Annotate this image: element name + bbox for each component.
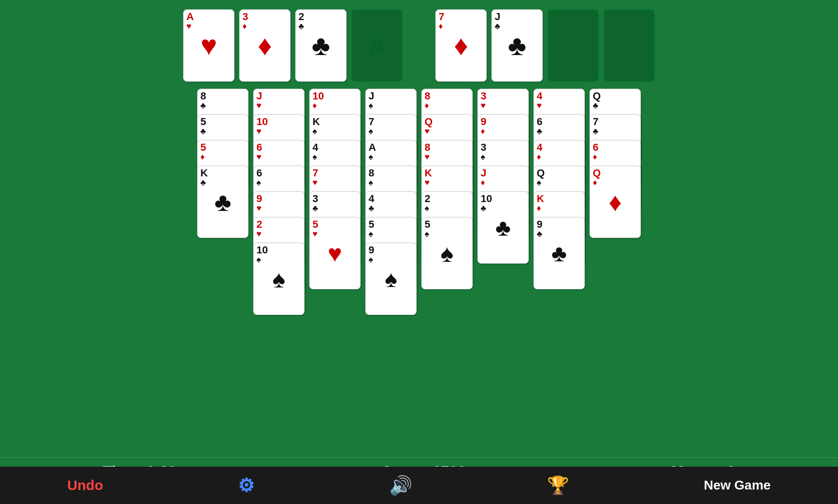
trophy-icon: 🏆 [547,475,569,496]
column-3: 10 ♦ ♦ K ♠ ♠ 4 ♠ ♠ 7 ♥ ♥ 3 ♣ ♣ [309,89,361,315]
column-8: Q ♣ ♣ 7 ♣ ♣ 6 ♦ ♦ Q ♦ ♦ [589,89,641,315]
freecell-2[interactable]: 3 ♦ ♦ [239,9,291,82]
card-c8-4[interactable]: Q ♦ ♦ [589,166,641,238]
game-area: A ♥ ♥ 3 ♦ ♦ 2 ♣ ♣ A [0,0,838,457]
card-c7-6[interactable]: 9 ♣ ♣ [533,217,585,289]
column-2: J ♥ ♥ 10 ♥ ♥ 6 ♥ ♥ 6 ♠ ♠ 9 ♥ ♥ [253,89,305,315]
freecell-1[interactable]: A ♥ ♥ [183,9,234,82]
card-c5-6[interactable]: 5 ♠ ♠ [421,217,473,289]
freecell-3[interactable]: 2 ♣ ♣ [295,9,347,82]
column-5: 8 ♦ ♦ Q ♥ ♥ 8 ♥ ♥ K ♥ ♥ 2 ♠ ♠ [421,89,473,315]
foundation-3[interactable] [547,9,599,82]
trophy-button[interactable]: 🏆 [538,471,578,499]
foundation-1[interactable]: 7 ♦ ♦ [435,9,487,82]
column-1: 8 ♣ ♣ 5 ♣ ♣ 5 ♦ ♦ K ♣ ♣ [197,89,249,315]
card-c3-6[interactable]: 5 ♥ ♥ [309,217,361,289]
gear-icon: ⚙ [238,475,255,496]
top-section: A ♥ ♥ 3 ♦ ♦ 2 ♣ ♣ A [0,0,838,82]
freecell-4[interactable]: A [351,9,403,82]
foundation-group: 7 ♦ ♦ J ♣ ♣ [435,9,655,82]
sound-icon: 🔊 [389,475,412,497]
new-game-button[interactable]: New Game [695,474,780,497]
sound-button[interactable]: 🔊 [380,471,422,500]
undo-button[interactable]: Undo [58,474,113,497]
card-c4-7[interactable]: 9 ♠ ♠ [365,243,417,315]
foundation-4[interactable] [604,9,655,82]
foundation-2[interactable]: J ♣ ♣ [491,9,543,82]
card-c6-5[interactable]: 10 ♣ ♣ [477,191,529,264]
toolbar: Undo ⚙ 🔊 🏆 New Game [0,467,838,504]
column-7: 4 ♥ ♥ 6 ♣ ♣ 4 ♦ ♦ Q ♠ ♠ K ♦ ♦ [533,89,585,315]
spacer [407,9,421,82]
column-4: J ♠ ♠ 7 ♠ ♠ A ♠ ♠ 8 ♠ ♠ 4 ♣ ♣ [365,89,417,315]
columns-area: 8 ♣ ♣ 5 ♣ ♣ 5 ♦ ♦ K ♣ ♣ J [0,89,838,315]
card-c1-4[interactable]: K ♣ ♣ [197,166,249,238]
card-c2-7[interactable]: 10 ♠ ♠ [253,243,305,315]
settings-button[interactable]: ⚙ [228,471,264,500]
column-6: 3 ♥ ♥ 9 ♦ ♦ 3 ♠ ♠ J ♦ ♦ 10 ♣ ♣ [477,89,529,315]
freecell-group: A ♥ ♥ 3 ♦ ♦ 2 ♣ ♣ A [183,9,403,82]
